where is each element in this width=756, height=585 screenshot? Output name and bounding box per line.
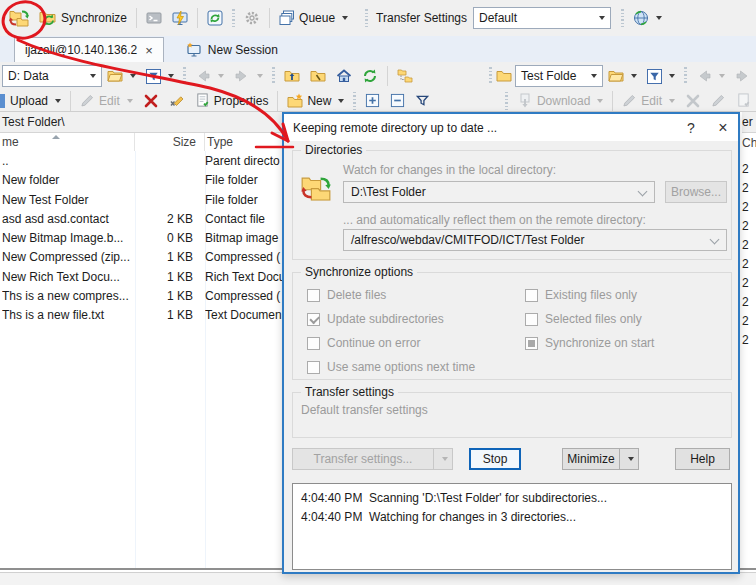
- table-row[interactable]: asd asd asd.contact2 KBContact file: [0, 210, 282, 229]
- local-filter-button[interactable]: [141, 66, 179, 87]
- remote-cell-fragment: 2: [742, 181, 749, 195]
- transfer-settings-globe-button[interactable]: [628, 7, 667, 29]
- open-putty-button[interactable]: [167, 7, 193, 29]
- minimize-dropdown[interactable]: [620, 448, 639, 470]
- delete-button[interactable]: [138, 90, 164, 112]
- toolbar-grip[interactable]: [505, 92, 508, 110]
- local-drive-combo[interactable]: D: Data: [2, 65, 102, 87]
- new-button[interactable]: New: [282, 90, 349, 112]
- table-row[interactable]: New Test FolderFile folder: [0, 191, 282, 210]
- table-row[interactable]: Ths is a new compres...1 KBCompressed (: [0, 287, 282, 306]
- chevron-down-icon: [130, 74, 136, 78]
- checkbox-update-subdirectories[interactable]: Update subdirectories: [307, 311, 444, 327]
- plus-icon: [365, 93, 380, 108]
- new-label: New: [307, 94, 331, 108]
- cell-name: asd asd asd.contact: [2, 210, 133, 229]
- local-path: Test Folder\: [2, 115, 65, 129]
- close-icon[interactable]: ×: [708, 114, 738, 141]
- log-line: 4:04:40 PMScanning 'D:\Test Folder' for …: [301, 489, 731, 508]
- checkbox-existing-files-only[interactable]: Existing files only: [525, 287, 637, 303]
- toolbar-grip[interactable]: [183, 67, 186, 85]
- local-root-directory-button[interactable]: [305, 65, 331, 87]
- table-row[interactable]: ..Parent directo: [0, 152, 282, 171]
- checkbox-use-same-options[interactable]: Use same options next time: [307, 359, 475, 375]
- checkbox-continue-on-error[interactable]: Continue on error: [307, 335, 420, 351]
- local-back-button[interactable]: [190, 65, 229, 87]
- local-directory-combo[interactable]: D:\Test Folder: [343, 181, 655, 203]
- remote-open-directory-button[interactable]: [603, 65, 642, 87]
- open-console-button[interactable]: [141, 7, 167, 29]
- help-button[interactable]: Help: [675, 448, 730, 470]
- checkbox-label: Existing files only: [545, 288, 637, 302]
- remove-from-selection-button[interactable]: [385, 90, 410, 111]
- toolbar-grip[interactable]: [489, 67, 492, 85]
- table-row[interactable]: New Rich Text Docu...1 KBRich Text Docu: [0, 268, 282, 287]
- download-button[interactable]: Download: [512, 90, 608, 112]
- toolbar-grip[interactable]: [621, 9, 624, 27]
- remote-folder-combo[interactable]: Test Folde: [515, 65, 603, 87]
- checkbox-delete-files[interactable]: Delete files: [307, 287, 386, 303]
- upload-button[interactable]: Upload: [5, 91, 66, 111]
- column-header-size[interactable]: Size: [135, 133, 205, 151]
- local-parent-directory-button[interactable]: [279, 65, 305, 87]
- dialog-help-button[interactable]: ?: [676, 114, 706, 141]
- local-forward-button[interactable]: [229, 65, 268, 87]
- checkbox-selected-files-only[interactable]: Selected files only: [525, 311, 642, 327]
- new-session-icon: [186, 42, 202, 58]
- preferences-button[interactable]: [239, 7, 265, 29]
- transfer-settings-combo[interactable]: Default: [473, 7, 611, 29]
- edit-label: Edit: [99, 94, 120, 108]
- dialog-title-bar[interactable]: Keeping remote directory up to date ...: [284, 114, 738, 141]
- toolbar-grip[interactable]: [365, 9, 368, 27]
- remote-edit-button[interactable]: Edit: [617, 90, 680, 111]
- remote-directory-combo[interactable]: /alfresco/webdav/CMITFOD/ICT/Test Folder: [343, 229, 727, 251]
- transfer-settings-dropdown[interactable]: [434, 448, 453, 470]
- divider: [197, 8, 198, 28]
- queue-button[interactable]: Queue: [274, 7, 353, 29]
- transfer-settings-button[interactable]: Transfer settings...: [292, 448, 434, 470]
- chevron-down-icon: [442, 457, 448, 461]
- properties-button[interactable]: Properties: [190, 90, 274, 111]
- table-row[interactable]: Ths is a new file.txt1 KBText Documen: [0, 306, 282, 325]
- column-header-name[interactable]: me: [0, 133, 135, 151]
- local-open-directory-button[interactable]: [102, 65, 141, 87]
- edit-button[interactable]: Edit: [75, 90, 138, 111]
- tab-new-session[interactable]: New Session: [174, 37, 290, 62]
- tab-session[interactable]: ijazali@10.140.136.2 ×: [14, 37, 164, 62]
- remote-header-fragment: Ch: [742, 136, 756, 150]
- toolbar-grip[interactable]: [353, 92, 356, 110]
- stop-button[interactable]: Stop: [469, 448, 521, 470]
- local-home-directory-button[interactable]: [331, 65, 357, 87]
- close-icon[interactable]: ×: [145, 44, 153, 57]
- checkbox-synchronize-on-start[interactable]: Synchronize on start: [525, 335, 654, 351]
- remote-properties-button[interactable]: [731, 90, 756, 111]
- add-to-selection-button[interactable]: [360, 90, 385, 111]
- arrow-right-icon: [735, 68, 751, 84]
- remote-forward-button[interactable]: [730, 65, 756, 87]
- toolbar-grip[interactable]: [232, 9, 235, 27]
- remote-rename-button[interactable]: [706, 90, 731, 111]
- table-row[interactable]: New Bitmap Image.b...0 KBBitmap image: [0, 229, 282, 248]
- activity-log[interactable]: 4:04:40 PMScanning 'D:\Test Folder' for …: [292, 483, 732, 570]
- local-directory-tree-button[interactable]: [392, 65, 418, 87]
- folder-tree-icon: [397, 68, 413, 84]
- toolbar-grip[interactable]: [272, 67, 275, 85]
- toolbar-grip[interactable]: [684, 67, 687, 85]
- table-row[interactable]: New Compressed (zip...1 KBCompressed (: [0, 248, 282, 267]
- column-header-type[interactable]: Type: [205, 133, 282, 151]
- local-refresh-button[interactable]: [357, 65, 383, 87]
- remote-filter-button[interactable]: [642, 66, 680, 87]
- local-path-bar[interactable]: Test Folder\: [0, 112, 282, 133]
- table-row[interactable]: New folderFile folder: [0, 171, 282, 190]
- refresh-session-button[interactable]: [202, 7, 228, 29]
- keep-remote-up-to-date-button[interactable]: [4, 6, 34, 30]
- arrow-left-icon: [195, 68, 211, 84]
- select-files-button[interactable]: [410, 90, 435, 111]
- browse-button[interactable]: Browse...: [665, 181, 727, 203]
- synchronize-button[interactable]: Synchronize: [34, 7, 132, 29]
- remote-back-button[interactable]: [691, 65, 730, 87]
- rename-button[interactable]: [164, 90, 190, 112]
- folder-root-icon: [310, 68, 326, 84]
- remote-delete-button[interactable]: [680, 90, 706, 112]
- minimize-button[interactable]: Minimize: [562, 448, 620, 470]
